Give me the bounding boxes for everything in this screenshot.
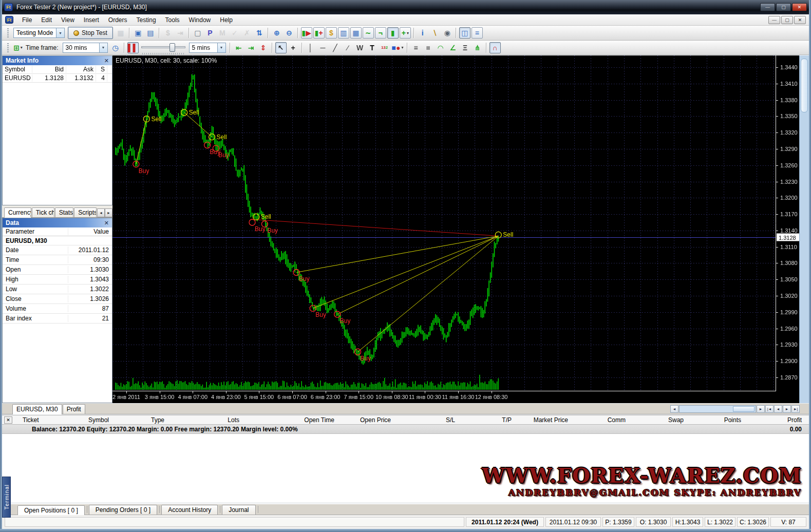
data-panel-header[interactable]: Data ✕ xyxy=(3,218,112,227)
orders-list-area[interactable]: WWW.FOREX-WAREZ.COM ANDREYBBRV@GMAIL.COM… xyxy=(2,434,809,502)
close-button[interactable]: ✕ xyxy=(792,3,807,11)
stop-test-button[interactable]: Stop Test xyxy=(68,27,113,39)
copy-chart-icon[interactable]: ▣ xyxy=(133,27,144,39)
fibonacci-icon[interactable]: 132 xyxy=(379,42,390,53)
menu-edit[interactable]: Edit xyxy=(36,15,56,25)
fibo-fan-icon[interactable]: ∠ xyxy=(447,42,459,53)
mdi-minimize-button[interactable]: — xyxy=(768,16,780,24)
vertical-line-icon[interactable]: │ xyxy=(305,42,316,53)
speed-slider[interactable] xyxy=(141,42,185,53)
menu-insert[interactable]: Insert xyxy=(79,15,104,25)
tab-tick-chart[interactable]: Tick chart xyxy=(32,207,54,217)
notes-icon[interactable]: i xyxy=(417,27,428,39)
refresh-data-icon[interactable]: ⇅ xyxy=(254,27,265,39)
tab-scripts[interactable]: Scripts xyxy=(74,207,97,217)
step-chart-icon[interactable]: ¬ xyxy=(375,27,386,39)
hscroll-right-icon[interactable]: ► xyxy=(757,405,765,413)
menu-orders[interactable]: Orders xyxy=(104,15,132,25)
candle-chart-icon[interactable]: ▮ xyxy=(387,27,399,39)
menu-file[interactable]: File xyxy=(17,15,36,25)
clear-drawings-icon[interactable]: ∖ xyxy=(429,27,441,39)
testing-mode-select-arrow-icon[interactable]: ▼ xyxy=(56,28,64,37)
add-indicator-icon[interactable]: +▾ xyxy=(400,27,411,39)
menu-view[interactable]: View xyxy=(56,15,79,25)
menu-testing[interactable]: Testing xyxy=(132,15,161,25)
hscroll-left-icon[interactable]: ◄ xyxy=(670,405,678,413)
speed-select[interactable]: 5 mins▼ xyxy=(189,43,226,53)
mdi-close-button[interactable]: ✕ xyxy=(794,16,806,24)
time-frame-select[interactable]: 30 mins▼ xyxy=(63,43,108,53)
screenshot-icon[interactable]: ◉ xyxy=(442,27,453,39)
fibo-arc-icon[interactable]: ◠ xyxy=(435,42,446,53)
data-panel-close-icon[interactable]: ✕ xyxy=(104,220,109,226)
speed-slider-thumb[interactable] xyxy=(169,43,175,52)
tile-windows-icon[interactable]: ◫ xyxy=(459,27,470,39)
menu-help[interactable]: Help xyxy=(215,15,237,25)
magnet-icon[interactable]: ∩ xyxy=(489,42,501,53)
mdi-restore-button[interactable]: ▢ xyxy=(781,16,793,24)
clock-icon[interactable]: ◷ xyxy=(110,42,121,53)
symbol-properties-icon[interactable]: $ xyxy=(326,27,337,39)
testing-mode-select[interactable]: Testing Mode▼ xyxy=(13,28,65,38)
bottom-tab-account-history[interactable]: Account History xyxy=(161,505,218,515)
menu-window[interactable]: Window xyxy=(184,15,216,25)
chart-nav-button-3[interactable]: ►| xyxy=(791,405,800,413)
wave-icon[interactable]: W xyxy=(354,42,366,53)
chart-settings-icon[interactable]: ▥ xyxy=(338,27,349,39)
pitchfork-icon[interactable]: ⋔ xyxy=(472,42,483,53)
chart-tab-eurusd-m30[interactable]: EURUSD, M30 xyxy=(12,404,62,414)
pause-icon[interactable]: ▌▌ xyxy=(127,42,139,53)
new-document-icon[interactable]: ▢ xyxy=(192,27,203,39)
terminal-tab[interactable]: Terminal xyxy=(2,477,11,518)
chart-nav-button-1[interactable]: ◄ xyxy=(774,405,782,413)
project-icon[interactable]: P xyxy=(204,27,216,39)
new-chart-icon[interactable]: ▮▶ xyxy=(301,27,312,39)
shapes-icon[interactable]: ■●▾ xyxy=(391,42,404,53)
save-chart-icon[interactable]: ▤ xyxy=(145,27,156,39)
new-order-icon-dropdown-icon[interactable]: ▾ xyxy=(21,45,23,50)
window-list-icon[interactable]: ≡ xyxy=(471,27,483,39)
shapes-icon-dropdown-icon[interactable]: ▾ xyxy=(402,45,404,50)
horizontal-line-icon[interactable]: ─ xyxy=(317,42,329,53)
speed-select-arrow-icon[interactable]: ▼ xyxy=(217,43,225,52)
tick-step-icon[interactable]: ⇕ xyxy=(258,42,269,53)
add-chart-icon[interactable]: ▮+ xyxy=(313,27,325,39)
cursor-icon[interactable]: ↖ xyxy=(275,42,287,53)
chart-tab-profit[interactable]: Profit xyxy=(63,404,85,414)
add-indicator-icon-dropdown-icon[interactable]: ▾ xyxy=(407,31,409,35)
market-info-header[interactable]: Market Info ✕ xyxy=(3,56,112,65)
text-icon[interactable]: T xyxy=(367,42,378,53)
tab-stats[interactable]: Stats xyxy=(55,207,74,217)
maximize-button[interactable]: ▢ xyxy=(776,3,791,11)
calculator-icon[interactable]: ▦ xyxy=(350,27,362,39)
zoom-in-icon[interactable]: ⊕ xyxy=(271,27,282,39)
orders-close-icon[interactable]: ✕ xyxy=(4,416,12,424)
crosshair-icon[interactable]: + xyxy=(288,42,299,53)
tab-currency[interactable]: Currency xyxy=(4,207,31,218)
step-forward-icon[interactable]: ⇥ xyxy=(246,42,257,53)
title-bar[interactable]: Ft Forex Tester 2 (New project*) - [EURU… xyxy=(0,0,811,14)
line-chart-icon[interactable]: ∼ xyxy=(363,27,374,39)
chart-nav-button-0[interactable]: |◄ xyxy=(765,405,774,413)
trend-line-icon[interactable]: ╱ xyxy=(330,42,341,53)
bottom-tab-journal[interactable]: Journal xyxy=(222,505,255,515)
hscroll-thumb[interactable] xyxy=(733,406,755,412)
bottom-tab-open-positions-0[interactable]: Open Positions [ 0 ] xyxy=(17,505,85,515)
time-frame-select-arrow-icon[interactable]: ▼ xyxy=(99,43,107,52)
horizontal-grid-icon[interactable]: ≡ xyxy=(410,42,422,53)
bottom-tab-pending-orders-0[interactable]: Pending Orders [ 0 ] xyxy=(89,505,157,515)
market-info-close-icon[interactable]: ✕ xyxy=(104,58,109,64)
tab-scroll-left-icon[interactable]: ◄ xyxy=(97,208,105,217)
price-chart-canvas[interactable] xyxy=(112,55,799,403)
minimize-button[interactable]: — xyxy=(760,3,775,11)
new-order-icon[interactable]: ⊞▾ xyxy=(12,42,24,53)
chart-horizontal-scrollbar[interactable]: ◄►|◄◄►►| xyxy=(670,405,800,413)
menu-tools[interactable]: Tools xyxy=(161,15,184,25)
speed-slider-track[interactable] xyxy=(141,46,185,48)
ray-icon[interactable]: ∕ xyxy=(342,42,353,53)
chart-nav-button-2[interactable]: ► xyxy=(783,405,791,413)
tab-scroll-right-icon[interactable]: ► xyxy=(105,208,112,217)
market-info-row[interactable]: EURUSD1.31281.31324 xyxy=(3,74,112,83)
chart-area[interactable]: EURUSD, M30, cell: 30, scale: 100% xyxy=(112,55,799,403)
step-back-icon[interactable]: ⇤ xyxy=(233,42,244,53)
